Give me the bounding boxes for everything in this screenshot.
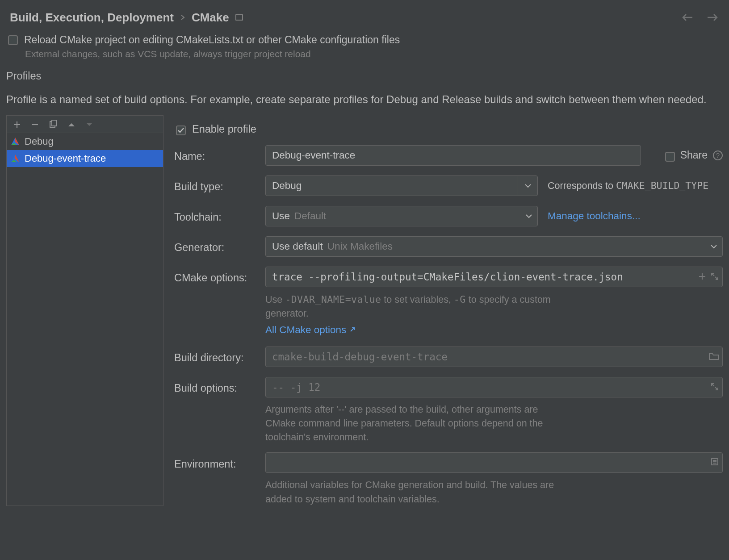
share-checkbox[interactable] xyxy=(665,152,675,162)
build-type-combo[interactable]: Debug xyxy=(265,176,538,196)
build-directory-label: Build directory: xyxy=(174,349,265,364)
environment-field[interactable] xyxy=(265,452,723,473)
remove-profile-button[interactable] xyxy=(31,121,39,129)
build-options-field[interactable]: -- -j 12 xyxy=(265,377,723,397)
build-directory-field[interactable]: cmake-build-debug-event-trace xyxy=(265,347,723,367)
reload-checkbox-label[interactable]: Reload CMake project on editing CMakeLis… xyxy=(24,34,400,46)
generator-combo[interactable]: Use default Unix Makefiles xyxy=(265,236,723,257)
expand-icon[interactable] xyxy=(711,381,719,393)
expand-icon[interactable] xyxy=(711,271,719,283)
folder-icon[interactable] xyxy=(709,351,719,363)
manage-toolchains-link[interactable]: Manage toolchains... xyxy=(548,210,641,222)
plus-icon[interactable] xyxy=(698,271,706,283)
copy-profile-button[interactable] xyxy=(49,120,58,129)
profile-item-debug-event-trace[interactable]: Debug-event-trace xyxy=(7,150,163,167)
list-icon[interactable] xyxy=(711,457,719,468)
toolchain-combo[interactable]: Use Default xyxy=(265,206,538,226)
profiles-section-header: Profiles xyxy=(0,70,729,82)
forward-button[interactable] xyxy=(705,10,720,25)
cmake-icon xyxy=(10,154,20,163)
generator-label: Generator: xyxy=(174,239,265,254)
enable-profile-label[interactable]: Enable profile xyxy=(192,123,256,135)
chevron-down-icon xyxy=(705,237,722,256)
enable-profile-checkbox[interactable] xyxy=(176,125,186,135)
name-field[interactable]: Debug-event-trace xyxy=(265,145,641,166)
back-button[interactable] xyxy=(680,10,695,25)
cmake-options-hint: Use -DVAR_NAME=value to set variables, -… xyxy=(265,293,569,321)
name-label: Name: xyxy=(174,148,265,163)
cmake-options-field[interactable]: trace --profiling-output=CMakeFiles/clio… xyxy=(265,267,723,287)
build-options-label: Build options: xyxy=(174,380,265,394)
profile-item-debug[interactable]: Debug xyxy=(7,133,163,150)
profile-item-label: Debug-event-trace xyxy=(25,153,106,164)
chevron-down-icon xyxy=(518,176,537,196)
current-page-icon xyxy=(235,14,243,21)
cmake-options-label: CMake options: xyxy=(174,269,265,284)
profiles-toolbar xyxy=(7,116,163,133)
chevron-down-icon xyxy=(520,206,537,226)
all-cmake-options-link[interactable]: All CMake options xyxy=(265,324,355,336)
profiles-description: Profile is a named set of build options.… xyxy=(0,82,729,115)
share-label[interactable]: Share xyxy=(680,149,708,161)
move-down-button[interactable] xyxy=(85,122,93,127)
build-options-hint: Arguments after '--' are passed to the b… xyxy=(265,403,569,445)
breadcrumb-leaf: CMake xyxy=(192,11,229,25)
breadcrumb-parent[interactable]: Build, Execution, Deployment xyxy=(10,11,174,25)
move-up-button[interactable] xyxy=(67,122,75,127)
build-type-note: Corresponds to CMAKE_BUILD_TYPE xyxy=(548,180,708,192)
profiles-sidebar: Debug Debug-event-trace xyxy=(6,115,163,506)
chevron-right-icon xyxy=(180,15,185,20)
add-profile-button[interactable] xyxy=(13,121,21,129)
help-icon[interactable]: ? xyxy=(713,150,723,160)
external-link-icon xyxy=(349,327,355,333)
profile-editor: Enable profile Name: Debug-event-trace S… xyxy=(174,115,723,514)
profile-item-label: Debug xyxy=(25,136,54,147)
reload-hint: External changes, such as VCS update, al… xyxy=(0,48,729,67)
environment-label: Environment: xyxy=(174,456,265,470)
reload-checkbox[interactable] xyxy=(8,35,18,45)
breadcrumb: Build, Execution, Deployment CMake xyxy=(0,0,729,29)
cmake-icon xyxy=(10,137,20,146)
build-type-label: Build type: xyxy=(174,178,265,193)
toolchain-label: Toolchain: xyxy=(174,209,265,223)
svg-rect-1 xyxy=(52,120,57,126)
environment-hint: Additional variables for CMake generatio… xyxy=(265,478,569,506)
